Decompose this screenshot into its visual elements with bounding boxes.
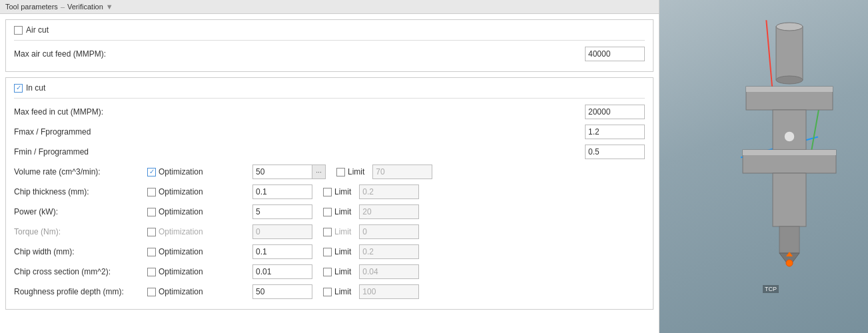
svg-rect-8 [773,173,806,226]
limit-checkbox-4[interactable] [323,248,332,256]
incut-row-4: Chip width (mm): Optimization Limit [14,244,645,260]
tool-3d-svg [726,20,859,273]
incut-section: In cut Max feed in cut (MMPM): Fmax / Fp… [5,77,653,310]
opt-group-5: Optimization [147,267,247,276]
value-input-6[interactable] [252,284,312,299]
value-input-4[interactable] [252,244,312,259]
limit-input-3[interactable] [359,224,419,239]
dots-btn-0[interactable]: ··· [312,165,326,179]
opt-group-6: Optimization [147,287,247,296]
limit-group-4: Limit [323,247,351,256]
incut-maxfeed-input[interactable] [585,105,645,119]
incut-checkbox-wrapper[interactable]: In cut [14,83,45,93]
opt-checkbox-3[interactable] [147,228,156,236]
opt-label-4: Optimization [159,247,203,256]
opt-label-1: Optimization [159,187,203,196]
fmin-input[interactable] [585,145,645,159]
tcp-label: TCP [763,285,779,293]
aircut-checkbox-wrapper[interactable]: Air cut [14,25,49,35]
svg-rect-5 [773,110,806,150]
limit-group-1: Limit [323,187,351,196]
svg-point-2 [776,76,803,84]
opt-checkbox-4[interactable] [147,248,156,256]
value-group-3 [252,224,312,239]
svg-rect-7 [743,150,836,155]
opt-label-3: Optimization [159,227,203,236]
row-label-4: Chip width (mm): [14,247,147,256]
svg-point-11 [784,131,795,142]
limit-checkbox-0[interactable] [336,168,345,176]
limit-label-2: Limit [334,207,351,216]
value-input-5[interactable] [252,264,312,279]
row-label-0: Volume rate (cm^3/min): [14,167,147,176]
incut-row-2: Power (kW): Optimization Limit [14,204,645,220]
incut-divider [14,98,645,99]
limit-checkbox-5[interactable] [323,268,332,276]
value-input-1[interactable] [252,184,312,199]
opt-label-6: Optimization [159,287,203,296]
svg-rect-9 [779,226,799,253]
opt-checkbox-2[interactable] [147,208,156,216]
limit-input-2[interactable] [359,204,419,219]
limit-checkbox-1[interactable] [323,188,332,196]
opt-checkbox-6[interactable] [147,288,156,296]
fmin-label: Fmin / Fprogrammed [14,147,147,157]
opt-group-3: Optimization [147,227,247,236]
value-input-3 [252,224,312,239]
limit-checkbox-3[interactable] [323,228,332,236]
fmax-input[interactable] [585,125,645,139]
limit-label-5: Limit [334,267,351,276]
aircut-label: Air cut [26,25,49,35]
limit-label-6: Limit [334,287,351,296]
topbar-part2: Verification [67,3,103,11]
limit-group-6: Limit [323,287,351,296]
limit-input-1[interactable] [359,184,419,199]
incut-maxfeed-label: Max feed in cut (MMPM): [14,107,147,117]
svg-rect-4 [746,87,833,92]
incut-row-5: Chip cross section (mm^2): Optimization … [14,264,645,280]
row-label-1: Chip thickness (mm): [14,187,147,196]
topbar-chevron: ▼ [106,3,113,11]
limit-input-6[interactable] [359,284,419,299]
limit-label-4: Limit [334,247,351,256]
value-group-1 [252,184,312,199]
fmax-label: Fmax / Fprogrammed [14,127,147,137]
opt-group-0: Optimization [147,167,247,176]
value-input-0[interactable] [252,165,312,179]
aircut-maxfeed-row: Max air cut feed (MMPM): [14,46,645,62]
incut-row-3: Torque (Nm): Optimization Limit [14,224,645,240]
limit-group-3: Limit [323,227,351,236]
limit-checkbox-6[interactable] [323,288,332,296]
aircut-maxfeed-label: Max air cut feed (MMPM): [14,49,147,59]
row-label-5: Chip cross section (mm^2): [14,267,147,276]
value-group-5 [252,264,312,279]
viewport-3d: TCP [659,0,868,333]
opt-checkbox-1[interactable] [147,188,156,196]
value-group-6 [252,284,312,299]
limit-input-0[interactable] [372,165,432,179]
value-input-2[interactable] [252,204,312,219]
incut-row-1: Chip thickness (mm): Optimization Limit [14,184,645,200]
incut-label: In cut [26,83,45,93]
topbar-arrow: – [61,3,65,11]
aircut-section: Air cut Max air cut feed (MMPM): [5,19,653,72]
limit-checkbox-2[interactable] [323,208,332,216]
incut-checkbox[interactable] [14,84,23,93]
limit-label-3: Limit [334,227,351,236]
aircut-checkbox[interactable] [14,26,23,35]
opt-checkbox-5[interactable] [147,268,156,276]
left-panel: Tool parameters – Verification ▼ Air cut… [0,0,659,333]
aircut-header: Air cut [14,25,645,35]
opt-checkbox-0[interactable] [147,168,156,176]
opt-group-4: Optimization [147,247,247,256]
opt-group-2: Optimization [147,207,247,216]
limit-input-4[interactable] [359,244,419,259]
opt-label-2: Optimization [159,207,203,216]
aircut-maxfeed-input[interactable] [585,47,645,61]
row-label-3: Torque (Nm): [14,227,147,236]
svg-rect-0 [776,27,803,80]
row-label-2: Power (kW): [14,207,147,216]
limit-label-0: Limit [348,167,364,176]
fmin-row: Fmin / Fprogrammed [14,144,645,160]
limit-input-5[interactable] [359,264,419,279]
